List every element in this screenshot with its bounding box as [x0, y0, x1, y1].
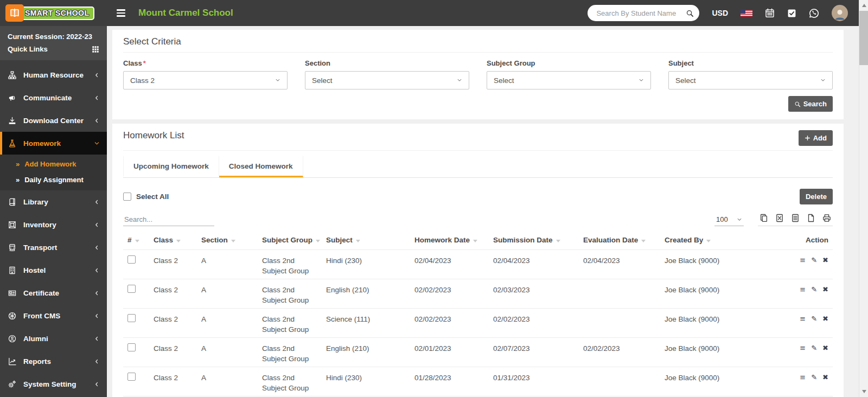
app-logo[interactable]: SMART SCHOOL — [0, 4, 107, 22]
subject-select[interactable]: Select — [668, 71, 833, 89]
homework-tabs: Upcoming HomeworkClosed Homework — [123, 156, 833, 178]
logo-book-icon — [5, 4, 24, 22]
submenu-item-add-homework[interactable]: »Add Homework — [0, 156, 107, 172]
print-icon[interactable] — [822, 214, 831, 222]
tab-upcoming-homework[interactable]: Upcoming Homework — [123, 156, 219, 177]
evaluation-list-icon[interactable]: ≡ — [800, 343, 806, 353]
subject-group-select[interactable]: Select — [487, 71, 651, 89]
column-header-homework-date[interactable]: Homework Date — [410, 233, 489, 250]
column-header-created-by[interactable]: Created By — [660, 233, 790, 250]
row-checkbox[interactable] — [127, 314, 136, 322]
cell-created-by: Joe Black (9000) — [660, 338, 790, 367]
column-header-subject[interactable]: Subject — [322, 233, 410, 250]
row-checkbox-cell — [123, 367, 149, 396]
pdf-icon[interactable] — [807, 214, 815, 222]
delete-x-icon[interactable]: ✖ — [822, 255, 828, 265]
page-size-select[interactable]: 100 — [714, 214, 744, 226]
sidebar-item-hostel[interactable]: Hostel — [0, 259, 107, 281]
field-section: SectionSelect — [305, 59, 469, 89]
user-avatar[interactable] — [832, 5, 848, 21]
quick-links-label[interactable]: Quick Links — [8, 43, 48, 55]
chevron-left-icon — [94, 267, 100, 273]
bus-icon — [8, 244, 17, 252]
sidebar-item-alumni[interactable]: Alumni — [0, 327, 107, 350]
sidebar-item-communicate[interactable]: Communicate — [0, 86, 107, 109]
sidebar: Current Session: 2022-23 Quick Links Hum… — [0, 26, 107, 397]
cell-subject-group: Class 2nd Subject Group — [258, 279, 322, 309]
evaluation-list-icon[interactable]: ≡ — [800, 285, 806, 294]
chevron-left-icon — [94, 290, 100, 296]
tab-closed-homework[interactable]: Closed Homework — [219, 156, 303, 177]
cell-submission-date: 02/04/2023 — [489, 250, 579, 279]
row-checkbox-cell — [123, 338, 149, 367]
export-toolbar — [758, 214, 833, 226]
excel-icon[interactable] — [775, 214, 784, 222]
table-search-input[interactable] — [123, 213, 214, 226]
cell-evaluation-date: 02/02/2023 — [579, 338, 660, 367]
sidebar-toggle-button[interactable] — [114, 7, 127, 19]
sidebar-item-transport[interactable]: Transport — [0, 236, 107, 259]
cell-subject-group: Class 2nd Subject Group — [258, 338, 322, 367]
whatsapp-icon[interactable] — [809, 8, 819, 18]
column-header-section[interactable]: Section — [197, 233, 258, 250]
delete-x-icon[interactable]: ✖ — [822, 285, 828, 294]
scrollbar-thumb[interactable] — [859, 11, 868, 65]
scroll-up-arrow[interactable] — [862, 4, 866, 7]
sidebar-item-certificate[interactable]: Certificate — [0, 281, 107, 304]
delete-button[interactable]: Delete — [800, 189, 833, 204]
column-header-subject-group[interactable]: Subject Group — [258, 233, 322, 250]
sidebar-item-inventory[interactable]: Inventory — [0, 213, 107, 236]
sidebar-item-reports[interactable]: Reports — [0, 350, 107, 373]
required-asterisk: * — [143, 59, 146, 67]
edit-pencil-icon[interactable]: ✎ — [811, 343, 817, 353]
window-scrollbar[interactable] — [859, 0, 868, 397]
grid-icon[interactable] — [92, 46, 99, 53]
edit-pencil-icon[interactable]: ✎ — [811, 314, 817, 323]
edit-pencil-icon[interactable]: ✎ — [811, 255, 817, 265]
class-select[interactable]: Class 2 — [123, 71, 288, 89]
sidebar-item-label: Human Resource — [23, 71, 84, 79]
calendar-icon[interactable] — [765, 8, 775, 18]
cell-subject: Hindi (230) — [322, 367, 410, 396]
task-check-icon[interactable] — [787, 9, 796, 18]
criteria-search-button[interactable]: Search — [788, 96, 833, 112]
column-header-class[interactable]: Class — [149, 233, 197, 250]
sidebar-item-download-center[interactable]: Download Center — [0, 109, 107, 132]
row-checkbox[interactable] — [127, 343, 136, 351]
select-all-checkbox[interactable] — [123, 193, 131, 201]
currency-label[interactable]: USD — [712, 9, 728, 17]
evaluation-list-icon[interactable]: ≡ — [800, 314, 806, 323]
copy-icon[interactable] — [760, 214, 768, 222]
sidebar-item-homework[interactable]: Homework — [0, 132, 107, 155]
column-header-evaluation-date[interactable]: Evaluation Date — [579, 233, 660, 250]
chevron-left-icon — [94, 72, 100, 78]
delete-x-icon[interactable]: ✖ — [822, 373, 828, 382]
evaluation-list-icon[interactable]: ≡ — [800, 255, 806, 265]
sidebar-item-front-cms[interactable]: Front CMS — [0, 304, 107, 327]
sidebar-item-human-resource[interactable]: Human Resource — [0, 63, 107, 86]
csv-icon[interactable] — [791, 214, 800, 222]
delete-x-icon[interactable]: ✖ — [822, 314, 828, 323]
edit-pencil-icon[interactable]: ✎ — [811, 373, 817, 382]
delete-x-icon[interactable]: ✖ — [822, 343, 828, 353]
us-flag-icon[interactable] — [741, 10, 752, 17]
sidebar-item-system-setting[interactable]: System Setting — [0, 373, 107, 395]
column-header--[interactable]: # — [123, 233, 149, 250]
column-header-submission-date[interactable]: Submission Date — [489, 233, 579, 250]
row-checkbox[interactable] — [127, 285, 136, 293]
chevron-down-icon — [457, 78, 462, 83]
selected-value: Select — [312, 76, 333, 85]
chevron-down-icon — [94, 140, 100, 146]
submenu-item-daily-assignment[interactable]: »Daily Assignment — [0, 172, 107, 188]
row-checkbox[interactable] — [127, 373, 136, 381]
search-icon[interactable] — [686, 9, 694, 17]
student-search-input[interactable] — [595, 9, 686, 18]
edit-pencil-icon[interactable]: ✎ — [811, 285, 817, 294]
section-select[interactable]: Select — [305, 71, 469, 89]
scroll-down-arrow[interactable] — [862, 390, 866, 393]
evaluation-list-icon[interactable]: ≡ — [800, 373, 806, 382]
add-homework-button[interactable]: Add — [799, 130, 833, 146]
row-checkbox[interactable] — [127, 255, 136, 264]
cell-action: ≡✎✖ — [790, 309, 833, 338]
sidebar-item-library[interactable]: Library — [0, 190, 107, 213]
